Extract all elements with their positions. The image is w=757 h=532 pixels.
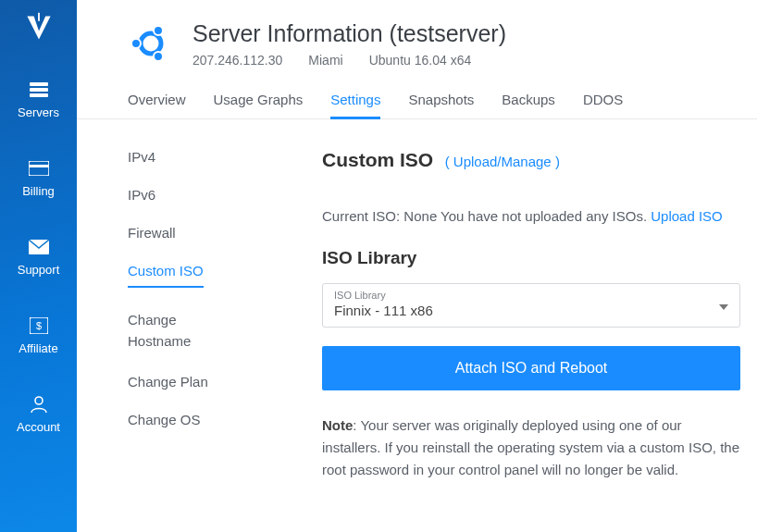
note-body: : Your server was originally deployed us… [322, 417, 739, 477]
brand-logo[interactable] [20, 9, 57, 46]
ubuntu-icon [128, 20, 174, 67]
person-icon [29, 394, 49, 414]
tab-snapshots[interactable]: Snapshots [408, 92, 474, 118]
settings-item-custom-iso[interactable]: Custom ISO [128, 263, 204, 288]
mail-icon [29, 237, 49, 257]
panel-heading: Custom ISO [322, 149, 433, 171]
nav-item-billing[interactable]: Billing [0, 145, 77, 211]
credit-card-icon [29, 158, 49, 179]
chevron-down-icon [719, 297, 728, 314]
svg-rect-1 [30, 82, 48, 86]
current-iso-status: Current ISO: None You have not uploaded … [322, 206, 740, 228]
iso-library-heading: ISO Library [322, 248, 740, 268]
nav-item-account[interactable]: Account [0, 381, 77, 447]
iso-library-select[interactable]: ISO Library Finnix - 111 x86 [322, 283, 740, 328]
tab-usage-graphs[interactable]: Usage Graphs [214, 92, 304, 118]
select-value: Finnix - 111 x86 [334, 303, 433, 318]
current-iso-text: Current ISO: None You have not uploaded … [322, 208, 651, 224]
server-location: Miami [308, 53, 342, 68]
tab-settings[interactable]: Settings [330, 92, 380, 118]
custom-iso-panel: Custom ISO ( Upload/Manage ) Current ISO… [294, 149, 740, 481]
settings-item-firewall[interactable]: Firewall [128, 225, 294, 241]
tab-ddos[interactable]: DDOS [583, 92, 623, 118]
server-ip: 207.246.112.30 [192, 53, 282, 68]
svg-point-11 [131, 39, 141, 48]
settings-item-ipv6[interactable]: IPv6 [128, 187, 294, 203]
nav-item-support[interactable]: Support [0, 224, 77, 290]
main-content: Server Information (testserver) 207.246.… [77, 0, 757, 532]
settings-item-ipv4[interactable]: IPv4 [128, 149, 294, 165]
dollar-icon: $ [29, 315, 49, 336]
nav-label: Billing [22, 184, 55, 198]
select-label: ISO Library [334, 290, 728, 301]
page-title: Server Information (testserver) [192, 20, 757, 47]
svg-rect-5 [29, 165, 49, 167]
svg-rect-0 [38, 13, 40, 21]
header: Server Information (testserver) 207.246.… [77, 20, 757, 68]
tab-overview[interactable]: Overview [128, 92, 186, 118]
svg-text:$: $ [35, 320, 41, 331]
servers-icon [29, 80, 49, 100]
settings-subnav: IPv4 IPv6 Firewall Custom ISO Change Hos… [128, 149, 294, 481]
svg-point-10 [141, 33, 161, 54]
nav-label: Servers [18, 105, 59, 119]
svg-point-12 [154, 26, 163, 35]
nav-sidebar: Servers Billing Support $ Affiliate Acco… [0, 0, 77, 532]
nav-item-servers[interactable]: Servers [0, 67, 77, 132]
settings-item-change-plan[interactable]: Change Plan [128, 374, 294, 390]
svg-rect-3 [30, 93, 48, 97]
settings-content: IPv4 IPv6 Firewall Custom ISO Change Hos… [77, 119, 757, 481]
nav-label: Support [18, 263, 60, 277]
svg-point-9 [35, 397, 43, 404]
nav-item-affiliate[interactable]: $ Affiliate [0, 303, 77, 368]
attach-iso-reboot-button[interactable]: Attach ISO and Reboot [322, 346, 740, 390]
note-label: Note [322, 417, 353, 433]
upload-manage-link[interactable]: ( Upload/Manage ) [445, 154, 560, 169]
tab-bar: Overview Usage Graphs Settings Snapshots… [77, 68, 757, 119]
svg-rect-4 [29, 161, 49, 176]
svg-point-13 [154, 52, 163, 61]
nav-label: Account [17, 420, 60, 434]
svg-rect-2 [30, 88, 48, 92]
settings-item-change-os[interactable]: Change OS [128, 412, 294, 427]
nav-label: Affiliate [19, 341, 57, 355]
settings-item-change-hostname[interactable]: Change Hostname [128, 310, 220, 352]
tab-backups[interactable]: Backups [502, 92, 555, 118]
note-text: Note: Your server was originally deploye… [322, 414, 740, 481]
server-os: Ubuntu 16.04 x64 [369, 53, 472, 68]
upload-iso-link[interactable]: Upload ISO [651, 208, 723, 224]
